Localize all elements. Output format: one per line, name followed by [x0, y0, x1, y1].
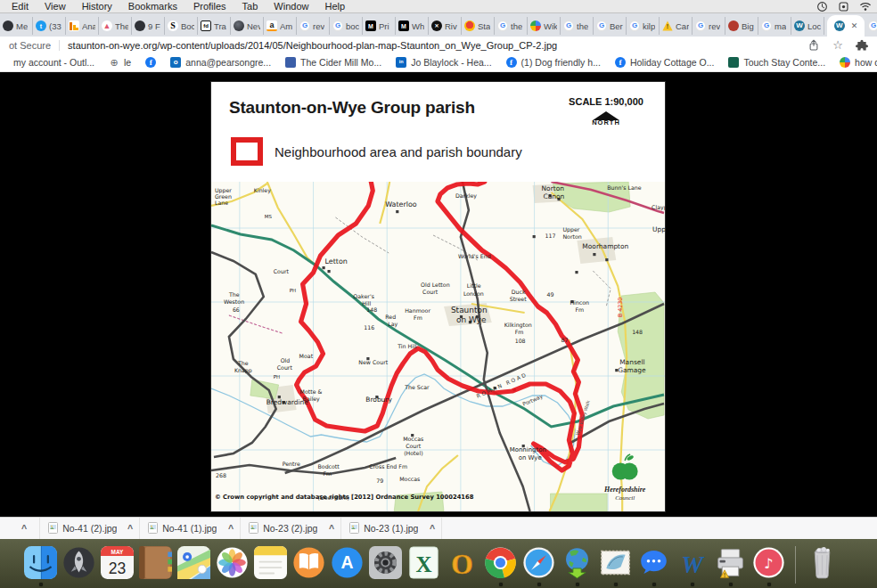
address-bar[interactable]: ot Secure staunton-on-wye.org/wp-content…	[0, 37, 877, 53]
tab-10[interactable]: Gboc	[330, 17, 363, 35]
bookmark-star-icon[interactable]: ☆	[832, 39, 843, 51]
download-filename: No-23 (1).jpg	[364, 523, 418, 534]
download-item-1[interactable]: No-41 (1).jpg^	[140, 518, 241, 539]
menu-view[interactable]: View	[37, 0, 74, 12]
dock-app-store-icon[interactable]: A	[328, 542, 366, 588]
dock-books-icon[interactable]	[290, 542, 328, 588]
tab-3[interactable]: ▲The	[99, 17, 132, 35]
menu-help[interactable]: Help	[316, 0, 353, 12]
dock-notes-icon[interactable]	[251, 542, 290, 588]
menu-history[interactable]: History	[74, 0, 120, 12]
tab-22[interactable]: Big	[725, 17, 758, 35]
tab-13[interactable]: ✕Riv	[429, 17, 462, 35]
map-label: Lane	[215, 200, 228, 206]
time-machine-icon[interactable]	[816, 1, 828, 12]
bookmark-8[interactable]: Touch Stay Conte...	[728, 57, 825, 68]
tab-2[interactable]: Ana	[66, 17, 99, 35]
tab-9[interactable]: Grev	[297, 17, 330, 35]
bookmark-label: The Cider Mill Mo...	[300, 57, 381, 68]
extensions-puzzle-icon[interactable]	[856, 39, 868, 52]
tab-11[interactable]: MPri	[363, 17, 396, 35]
menu-profiles[interactable]: Profiles	[185, 0, 234, 12]
tab-16[interactable]: Wik	[528, 17, 561, 35]
tab-1[interactable]: t(33	[33, 17, 66, 35]
dock-chrome-icon[interactable]	[481, 542, 520, 588]
map-label: The	[237, 360, 249, 366]
map-label: Motte &	[300, 388, 323, 395]
overflow-tab[interactable]: G	[868, 17, 877, 35]
dock-trash-icon[interactable]	[803, 542, 841, 588]
tab-19[interactable]: Gkilp	[627, 17, 660, 35]
menu-bookmarks[interactable]: Bookmarks	[120, 0, 185, 12]
tab-12[interactable]: MWh	[396, 17, 429, 35]
dock-office-icon[interactable]: O	[443, 542, 481, 588]
bookmark-2[interactable]: f	[145, 57, 156, 68]
map-label: Duck	[512, 289, 526, 295]
bookmark-9[interactable]: how do i upload a...	[840, 57, 877, 68]
tab-5[interactable]: SBoc	[165, 17, 198, 35]
tab-label: Loc	[807, 21, 821, 31]
dock-photos-icon[interactable]	[213, 542, 251, 588]
tab-0[interactable]: Me	[0, 17, 33, 35]
dock-calendar-icon[interactable]: MAY23	[98, 542, 136, 588]
tab-21[interactable]: Grev	[693, 17, 725, 35]
running-indicator	[39, 583, 43, 586]
download-collapse-chevron[interactable]: ^	[21, 523, 27, 534]
dock-word-icon[interactable]: W	[673, 542, 711, 588]
tab-7[interactable]: Nev	[231, 17, 264, 35]
tab-14[interactable]: Sta	[462, 17, 495, 35]
dock-mail-icon[interactable]	[596, 542, 635, 588]
browser-viewport: Staunton-on-Wye Group parish SCALE 1:90,…	[0, 72, 877, 517]
download-menu-chevron[interactable]: ^	[430, 523, 435, 534]
dock-safari-icon[interactable]	[520, 542, 558, 588]
bookmark-1[interactable]: ⊕le	[109, 57, 131, 68]
wifi-icon[interactable]	[859, 1, 872, 12]
menu-tab[interactable]: Tab	[234, 0, 266, 12]
menu-window[interactable]: Window	[266, 0, 316, 12]
tab-8[interactable]: aAm	[264, 17, 297, 35]
menu-edit[interactable]: Edit	[4, 0, 37, 12]
download-menu-chevron[interactable]: ^	[127, 523, 133, 534]
bookmark-7[interactable]: fHoliday Cottage O...	[615, 57, 715, 68]
bookmark-0[interactable]: my account - Outl...	[7, 57, 94, 68]
download-menu-chevron[interactable]: ^	[329, 523, 334, 534]
share-icon[interactable]	[807, 38, 820, 52]
bookmark-6[interactable]: f(1) Dog friendly h...	[506, 57, 601, 68]
map-label: on Wye	[519, 454, 542, 461]
dock-launchpad-icon[interactable]	[60, 542, 98, 588]
download-item-0[interactable]: No-41 (2).jpg^	[39, 518, 140, 539]
tab-17[interactable]: Gthe	[561, 17, 594, 35]
map-label: Green	[215, 193, 232, 200]
tab-18[interactable]: GBer	[594, 17, 627, 35]
download-item-3[interactable]: No-23 (1).jpg^	[341, 518, 442, 539]
tab-20[interactable]: !Car	[660, 17, 693, 35]
dock-maps-icon[interactable]	[175, 542, 213, 588]
map-label: Moat	[299, 353, 314, 359]
dock-system-preferences-icon[interactable]	[366, 542, 405, 588]
download-item-2[interactable]: No-23 (2).jpg^	[241, 518, 341, 539]
close-tab-icon[interactable]: ✕	[851, 21, 858, 30]
dock-contacts-icon[interactable]	[136, 542, 175, 588]
dock-itunes-icon[interactable]: ♪	[750, 542, 788, 588]
dock-downloader-icon[interactable]	[558, 542, 596, 588]
tab-23[interactable]: Gma	[758, 17, 791, 35]
dock-printer-icon[interactable]: !	[711, 542, 750, 588]
bookmark-4[interactable]: The Cider Mill Mo...	[285, 57, 381, 68]
download-menu-chevron[interactable]: ^	[228, 523, 234, 534]
dock-finder-icon[interactable]	[21, 542, 60, 588]
bookmark-3[interactable]: oanna@pearsongre...	[170, 57, 271, 68]
tab-6[interactable]: fdTra	[198, 17, 231, 35]
tab-24[interactable]: WLoc	[791, 17, 824, 35]
url-text[interactable]: staunton-on-wye.org/wp-content/uploads/2…	[68, 40, 557, 51]
map-label: (Hotel)	[404, 450, 422, 456]
map-label: Norton	[562, 233, 581, 240]
tab-4[interactable]: 9 F	[132, 17, 165, 35]
tab-label: Nev	[247, 21, 260, 31]
display-icon[interactable]	[838, 1, 849, 12]
dock-messages-icon[interactable]	[635, 542, 673, 588]
tab-15[interactable]: Gthe	[495, 17, 528, 35]
active-tab[interactable]: W✕	[827, 15, 865, 37]
dock-excel-icon[interactable]: X	[405, 542, 443, 588]
bookmark-5[interactable]: inJo Blaylock - Hea...	[396, 57, 491, 68]
tab-label: Ana	[82, 21, 95, 31]
